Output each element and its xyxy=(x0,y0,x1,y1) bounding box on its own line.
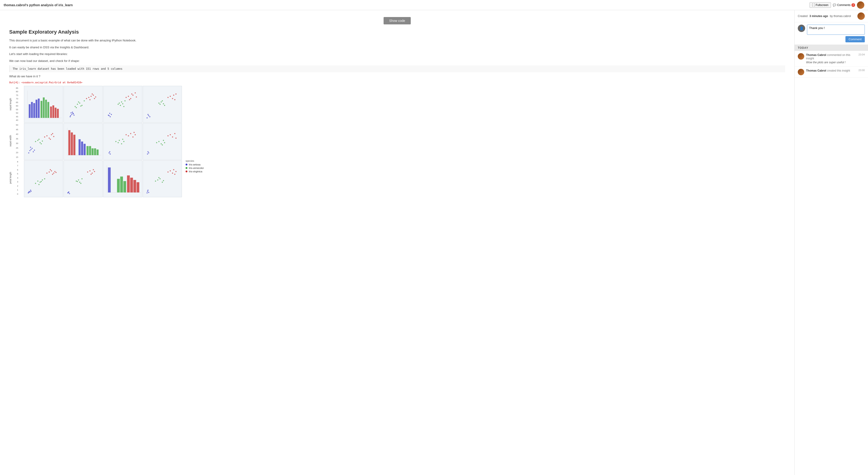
svg-point-43 xyxy=(110,116,111,117)
svg-point-93 xyxy=(44,136,45,137)
svg-point-209 xyxy=(173,169,174,170)
svg-rect-16 xyxy=(64,86,102,122)
plot-cell-1-2 xyxy=(103,123,142,160)
svg-point-39 xyxy=(94,98,95,99)
svg-point-27 xyxy=(79,102,80,103)
svg-point-68 xyxy=(161,101,162,102)
svg-point-207 xyxy=(170,170,171,171)
svg-rect-193 xyxy=(133,180,136,192)
svg-point-151 xyxy=(30,189,31,191)
comment-0-avatar xyxy=(798,53,804,60)
svg-point-29 xyxy=(78,101,79,102)
comment-1-time: 23:00 xyxy=(858,69,865,71)
fullscreen-button[interactable]: ⛶ Fullscreen xyxy=(809,2,831,8)
svg-rect-112 xyxy=(94,148,96,155)
svg-point-61 xyxy=(136,96,137,97)
svg-rect-190 xyxy=(123,181,126,192)
svg-point-138 xyxy=(162,144,163,146)
plot-cell-2-3 xyxy=(143,160,182,197)
comment-submit-button[interactable]: Comment xyxy=(845,36,865,42)
svg-rect-192 xyxy=(130,178,133,192)
svg-point-66 xyxy=(147,117,148,118)
svg-point-115 xyxy=(108,152,110,153)
notebook-para-3: We can now load our dataset, and check f… xyxy=(9,59,785,63)
svg-point-204 xyxy=(158,177,160,178)
svg-point-128 xyxy=(133,132,135,133)
notebook-para-4: What do we have in it ? xyxy=(9,74,785,79)
svg-point-69 xyxy=(160,103,161,105)
svg-point-208 xyxy=(172,172,173,173)
svg-point-35 xyxy=(91,96,92,97)
svg-point-196 xyxy=(147,191,148,192)
svg-point-40 xyxy=(95,96,96,97)
svg-point-137 xyxy=(163,140,164,141)
svg-point-55 xyxy=(128,96,129,97)
svg-point-166 xyxy=(56,172,57,173)
commenter-avatar-icon: 👤 xyxy=(800,27,804,30)
svg-point-160 xyxy=(49,171,50,172)
svg-rect-110 xyxy=(89,146,91,155)
svg-point-205 xyxy=(163,180,164,181)
notebook-para-2: Let's start with loading the required li… xyxy=(9,52,785,56)
comment-0-time: 23:04 xyxy=(858,53,865,56)
svg-point-122 xyxy=(122,138,123,140)
comment-textarea[interactable]: Thank you ! xyxy=(807,25,865,35)
comments-badge: 2 xyxy=(851,3,855,7)
legend-label-versicolor: Iris-versicolor xyxy=(189,167,204,169)
legend-label-setosa: Iris-setosa xyxy=(189,163,200,166)
svg-point-210 xyxy=(174,173,176,175)
svg-point-87 xyxy=(35,141,36,142)
svg-point-172 xyxy=(76,181,77,182)
svg-rect-8 xyxy=(40,101,42,118)
svg-point-201 xyxy=(157,179,158,181)
svg-point-95 xyxy=(49,137,50,138)
svg-point-34 xyxy=(88,97,89,98)
svg-point-48 xyxy=(119,102,120,103)
comment-1-avatar xyxy=(798,69,804,75)
svg-point-77 xyxy=(174,99,176,100)
plot-cell-1-3 xyxy=(143,123,182,160)
svg-point-123 xyxy=(123,141,124,142)
svg-point-83 xyxy=(33,151,34,152)
svg-point-211 xyxy=(176,171,177,172)
svg-point-141 xyxy=(170,134,171,135)
svg-point-52 xyxy=(123,106,124,107)
svg-rect-103 xyxy=(68,130,70,155)
svg-point-140 xyxy=(167,135,168,136)
svg-rect-130 xyxy=(143,123,182,160)
svg-point-139 xyxy=(164,142,165,143)
legend-dot-setosa xyxy=(186,164,187,165)
svg-point-199 xyxy=(147,192,148,193)
legend-dot-virginica xyxy=(186,170,187,172)
svg-point-98 xyxy=(52,133,53,134)
svg-point-99 xyxy=(53,136,54,137)
svg-point-206 xyxy=(167,171,168,172)
svg-point-25 xyxy=(74,106,76,107)
show-code-area: Show code xyxy=(9,15,785,29)
svg-point-44 xyxy=(111,114,112,115)
svg-point-117 xyxy=(109,151,110,152)
svg-rect-114 xyxy=(103,123,142,160)
svg-point-32 xyxy=(84,100,85,101)
svg-rect-79 xyxy=(24,123,63,160)
comments-button[interactable]: 💬 Comments 2 xyxy=(833,3,855,7)
svg-point-84 xyxy=(30,147,31,148)
svg-point-129 xyxy=(135,134,136,135)
svg-point-82 xyxy=(32,148,33,149)
svg-rect-13 xyxy=(53,105,54,118)
svg-point-142 xyxy=(172,136,173,137)
svg-point-203 xyxy=(162,182,163,183)
svg-point-202 xyxy=(160,178,161,179)
svg-point-20 xyxy=(73,115,74,116)
svg-rect-6 xyxy=(35,100,37,118)
svg-point-150 xyxy=(29,191,30,192)
svg-point-153 xyxy=(37,181,38,182)
svg-point-81 xyxy=(30,149,32,150)
comment-1-body: Thomas Cabrol created this insight 23:00 xyxy=(806,69,865,75)
notebook-para-1: It can easily be shared in DSS via the I… xyxy=(9,45,785,50)
plot-cell-0-3 xyxy=(143,86,182,123)
svg-point-86 xyxy=(34,150,35,151)
svg-point-63 xyxy=(148,115,149,116)
show-code-button[interactable]: Show code xyxy=(383,17,410,24)
svg-rect-167 xyxy=(64,161,102,197)
